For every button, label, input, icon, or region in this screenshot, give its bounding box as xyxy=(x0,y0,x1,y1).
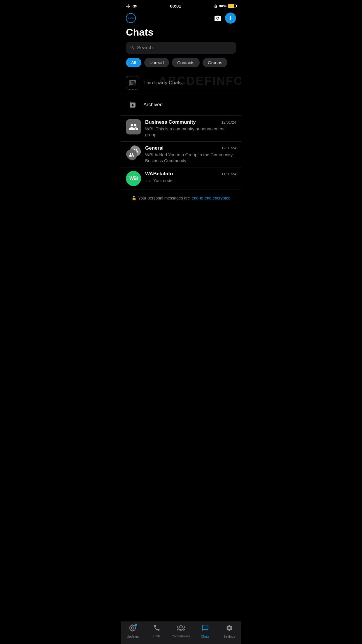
archived-label: Archived xyxy=(143,102,163,108)
header-actions: + xyxy=(214,13,236,24)
status-time: 00:01 xyxy=(170,4,181,8)
chat-name: WABetaInfo xyxy=(145,171,173,177)
chat-avatar-business-community xyxy=(126,119,141,134)
encryption-link[interactable]: end-to-end encrypted xyxy=(192,196,231,200)
archive-icon xyxy=(126,98,139,111)
wbi-avatar-text: WBI xyxy=(129,176,138,181)
encryption-notice: 🔒 Your personal messages are end-to-end … xyxy=(121,190,241,209)
chat-header-row: WABetaInfo 11/01/24 xyxy=(145,171,236,177)
plus-icon: + xyxy=(228,14,233,22)
chat-row[interactable]: General 12/01/24 WBI Added You to a Grou… xyxy=(121,142,241,168)
airplane-icon xyxy=(126,4,131,8)
chat-avatar-wabetainfo: WBI xyxy=(126,171,141,186)
filter-chips: All Unread Contacts Groups xyxy=(121,58,241,72)
double-tick-icon: ✓✓ xyxy=(145,178,152,183)
chat-content-general: General 12/01/24 WBI Added You to a Grou… xyxy=(145,145,236,164)
new-chat-button[interactable]: + xyxy=(225,13,236,24)
search-icon xyxy=(130,45,135,51)
filter-chip-groups[interactable]: Groups xyxy=(203,58,227,67)
battery-percent: 80% xyxy=(219,4,226,8)
header: + xyxy=(121,10,241,25)
chat-time: 11/01/24 xyxy=(221,172,236,176)
status-left xyxy=(126,4,137,8)
more-button[interactable] xyxy=(126,13,136,23)
status-right: 80% xyxy=(214,4,236,8)
lock-status-icon xyxy=(214,4,217,8)
camera-icon xyxy=(214,15,222,21)
battery-icon xyxy=(228,4,236,8)
search-placeholder: Search xyxy=(137,45,153,51)
stacked-circles-icon xyxy=(126,145,141,160)
third-party-chats-row[interactable]: ABCDEFINFO ··· Third-party Chats xyxy=(121,72,241,94)
chat-preview-text: You: code xyxy=(153,178,173,183)
chat-preview: WBI Added You to a Group in the Communit… xyxy=(145,152,236,164)
chat-content-wabetainfo: WABetaInfo 11/01/24 ✓✓ You: code xyxy=(145,171,236,183)
chat-avatar-general xyxy=(126,145,141,160)
search-bar[interactable]: Search xyxy=(126,42,236,54)
search-container: Search xyxy=(121,42,241,58)
third-party-icon: ··· xyxy=(126,76,139,90)
chat-bubble-icon: ··· xyxy=(129,79,136,87)
archived-row[interactable]: Archived xyxy=(121,94,241,116)
svg-text:···: ··· xyxy=(133,83,136,86)
chat-time: 12/01/24 xyxy=(221,146,236,150)
chat-list: ABCDEFINFO ··· Third-party Chats Archive… xyxy=(121,72,241,209)
chat-content-business-community: Business Community 12/01/24 WBI: This is… xyxy=(145,119,236,138)
chat-row[interactable]: Business Community 12/01/24 WBI: This is… xyxy=(121,116,241,142)
more-dots-icon xyxy=(128,18,133,19)
filter-chip-all[interactable]: All xyxy=(126,58,141,67)
lock-icon: 🔒 xyxy=(131,196,136,200)
chat-header-row: Business Community 12/01/24 xyxy=(145,119,236,125)
svg-point-0 xyxy=(217,18,219,19)
community-icon xyxy=(129,122,138,132)
wifi-icon xyxy=(132,4,137,8)
chat-time: 12/01/24 xyxy=(221,120,236,125)
filter-chip-contacts[interactable]: Contacts xyxy=(172,58,200,67)
filter-chip-unread[interactable]: Unread xyxy=(144,58,169,67)
chat-name: Business Community xyxy=(145,119,196,125)
chat-row[interactable]: WBI WABetaInfo 11/01/24 ✓✓ You: code xyxy=(121,167,241,190)
third-party-label: Third-party Chats xyxy=(143,80,182,86)
chat-preview: WBI: This is a community announcement gr… xyxy=(145,126,236,138)
chat-header-row: General 12/01/24 xyxy=(145,145,236,151)
status-bar: 00:01 80% xyxy=(121,0,241,10)
encryption-text: Your personal messages are xyxy=(138,196,190,200)
camera-button[interactable] xyxy=(214,15,222,21)
chat-name: General xyxy=(145,145,164,151)
page-title: Chats xyxy=(121,25,241,42)
chat-preview: ✓✓ You: code xyxy=(145,178,236,183)
